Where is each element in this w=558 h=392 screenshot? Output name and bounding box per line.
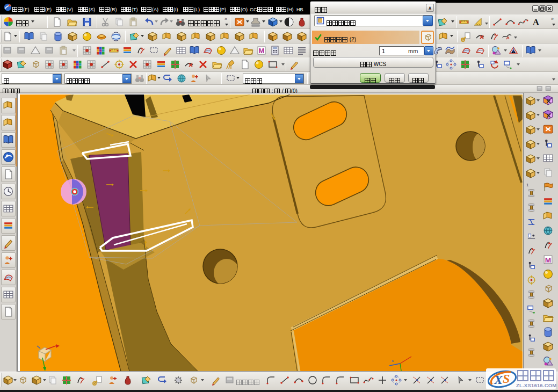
svg-text:x: x xyxy=(392,358,394,363)
svg-text:M: M xyxy=(545,256,551,264)
svg-text:X: X xyxy=(494,373,503,387)
svg-text:M: M xyxy=(259,47,265,55)
svg-text:S: S xyxy=(503,372,510,386)
svg-text:A: A xyxy=(533,17,540,27)
